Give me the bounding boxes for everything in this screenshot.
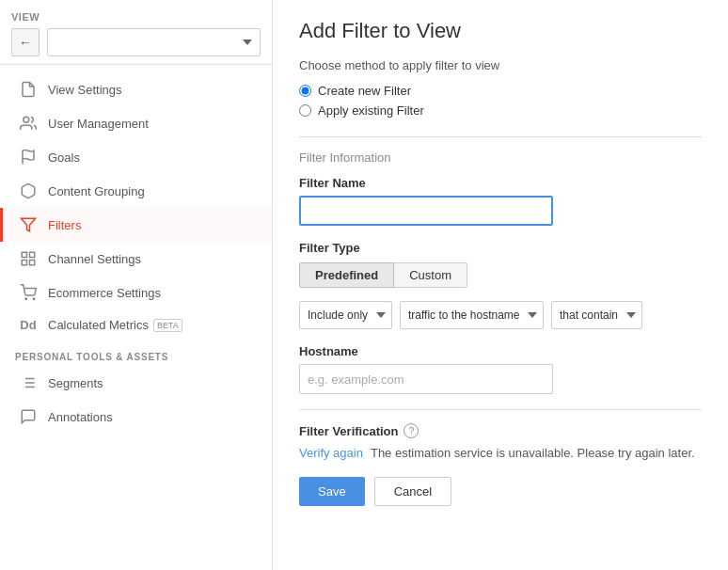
radio-apply-existing-input[interactable] bbox=[299, 104, 311, 117]
sidebar-item-label: Content Grouping bbox=[48, 184, 145, 198]
sidebar-item-annotations[interactable]: Annotations bbox=[0, 400, 272, 434]
view-label: VIEW bbox=[11, 11, 261, 23]
sidebar-item-ecommerce-settings[interactable]: Ecommerce Settings bbox=[0, 276, 272, 309]
sidebar-item-label: Segments bbox=[48, 376, 103, 390]
cancel-button[interactable]: Cancel bbox=[374, 477, 451, 506]
tab-custom[interactable]: Custom bbox=[394, 262, 467, 288]
svg-marker-2 bbox=[22, 218, 36, 231]
svg-rect-5 bbox=[30, 261, 35, 265]
calculated-metrics-icon: Dd bbox=[18, 318, 39, 332]
filter-dropdowns: Include only traffic to the hostname tha… bbox=[299, 301, 702, 329]
hostname-input[interactable] bbox=[299, 364, 553, 394]
sidebar-item-label: Ecommerce Settings bbox=[48, 286, 161, 300]
sidebar-item-user-management[interactable]: User Management bbox=[0, 106, 272, 140]
view-select-wrapper: ← bbox=[11, 28, 261, 56]
svg-point-7 bbox=[25, 298, 27, 300]
radio-create-new-label: Create new Filter bbox=[318, 84, 411, 98]
verification-header: Filter Verification ? bbox=[299, 423, 702, 438]
sidebar-item-label: View Settings bbox=[48, 83, 122, 97]
document-icon bbox=[18, 81, 39, 98]
filter-method-radio-group: Create new Filter Apply existing Filter bbox=[299, 84, 702, 118]
dropdown-include-only[interactable]: Include only bbox=[299, 301, 392, 329]
sidebar-item-label: Calculated Metrics bbox=[48, 318, 149, 332]
segments-icon bbox=[18, 374, 39, 391]
svg-rect-4 bbox=[30, 252, 35, 257]
sidebar-item-filters[interactable]: Filters bbox=[0, 208, 272, 242]
svg-rect-3 bbox=[22, 252, 26, 257]
svg-point-0 bbox=[24, 117, 29, 122]
hostname-section: Hostname bbox=[299, 344, 702, 394]
sidebar-item-channel-settings[interactable]: Channel Settings bbox=[0, 242, 272, 276]
hostname-label: Hostname bbox=[299, 344, 702, 358]
filter-type-tabs: Predefined Custom bbox=[299, 262, 702, 288]
save-button[interactable]: Save bbox=[299, 477, 365, 506]
action-buttons: Save Cancel bbox=[299, 477, 702, 506]
page-title: Add Filter to View bbox=[299, 19, 702, 43]
sidebar-item-segments[interactable]: Segments bbox=[0, 366, 272, 400]
cart-icon bbox=[18, 284, 39, 301]
sidebar: VIEW ← View Settings User Management Go bbox=[0, 0, 273, 570]
verification-title: Filter Verification bbox=[299, 424, 398, 438]
verification-row: Verify again The estimation service is u… bbox=[299, 446, 702, 460]
filter-type-label: Filter Type bbox=[299, 241, 702, 255]
personal-tools-label: PERSONAL TOOLS & ASSETS bbox=[0, 340, 272, 366]
sidebar-item-calculated-metrics[interactable]: Dd Calculated Metrics BETA bbox=[0, 309, 272, 340]
sidebar-item-content-grouping[interactable]: Content Grouping bbox=[0, 174, 272, 208]
svg-point-8 bbox=[33, 298, 35, 300]
help-icon[interactable]: ? bbox=[404, 423, 419, 438]
annotations-icon bbox=[18, 408, 39, 425]
radio-apply-existing-label: Apply existing Filter bbox=[318, 103, 424, 118]
view-select[interactable] bbox=[47, 28, 261, 56]
verify-again-link[interactable]: Verify again bbox=[299, 446, 363, 460]
filter-info-section: Filter Information Filter Name Filter Ty… bbox=[299, 136, 702, 394]
tab-predefined[interactable]: Predefined bbox=[299, 262, 394, 288]
radio-create-new-input[interactable] bbox=[299, 85, 311, 97]
filter-info-title: Filter Information bbox=[299, 150, 702, 165]
sidebar-item-label: User Management bbox=[48, 117, 149, 131]
filter-name-input[interactable] bbox=[299, 196, 553, 226]
dropdown-traffic[interactable]: traffic to the hostname bbox=[400, 301, 544, 329]
sidebar-item-goals[interactable]: Goals bbox=[0, 140, 272, 174]
filter-name-label: Filter Name bbox=[299, 176, 702, 190]
main-content: Add Filter to View Choose method to appl… bbox=[273, 0, 728, 570]
svg-rect-6 bbox=[22, 261, 26, 265]
grid-icon bbox=[18, 250, 39, 267]
sidebar-item-label: Channel Settings bbox=[48, 252, 141, 266]
sidebar-item-label: Filters bbox=[48, 218, 81, 232]
users-icon bbox=[18, 115, 39, 132]
choose-method-label: Choose method to apply filter to view bbox=[299, 58, 702, 72]
puzzle-icon bbox=[18, 182, 39, 199]
sidebar-item-label: Annotations bbox=[48, 410, 113, 424]
back-button[interactable]: ← bbox=[11, 28, 40, 56]
dropdown-contain[interactable]: that contain bbox=[551, 301, 642, 329]
sidebar-view-section: VIEW ← bbox=[0, 0, 272, 65]
sidebar-item-view-settings[interactable]: View Settings bbox=[0, 72, 272, 106]
sidebar-nav: View Settings User Management Goals Cont… bbox=[0, 65, 272, 570]
beta-badge: BETA bbox=[153, 319, 182, 332]
filter-type-section: Filter Type Predefined Custom bbox=[299, 241, 702, 288]
radio-apply-existing[interactable]: Apply existing Filter bbox=[299, 103, 702, 118]
radio-create-new[interactable]: Create new Filter bbox=[299, 84, 702, 98]
filter-verification-section: Filter Verification ? Verify again The e… bbox=[299, 409, 702, 460]
filter-icon bbox=[18, 216, 39, 233]
verification-message: The estimation service is unavailable. P… bbox=[371, 446, 695, 460]
flag-icon bbox=[18, 149, 39, 166]
sidebar-item-label: Goals bbox=[48, 150, 80, 165]
